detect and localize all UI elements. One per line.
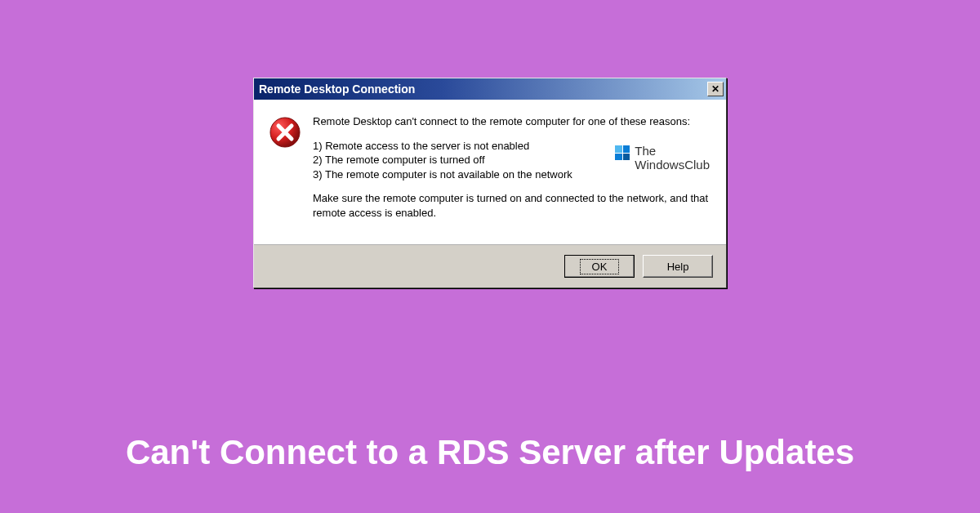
watermark-line1: The bbox=[635, 144, 710, 158]
error-dialog: Remote Desktop Connection ✕ Remote Deskt… bbox=[253, 78, 727, 288]
ok-button[interactable]: OK bbox=[564, 255, 635, 278]
button-bar: OK Help bbox=[254, 244, 726, 288]
help-button-label: Help bbox=[667, 261, 689, 273]
watermark-text: The WindowsClub bbox=[635, 144, 710, 172]
message-footer: Make sure the remote computer is turned … bbox=[313, 191, 711, 220]
ok-button-label: OK bbox=[580, 259, 620, 274]
watermark-line2: WindowsClub bbox=[635, 158, 710, 172]
dialog-content: Remote Desktop can't connect to the remo… bbox=[254, 100, 726, 244]
error-icon bbox=[269, 116, 301, 149]
close-button[interactable]: ✕ bbox=[707, 82, 724, 96]
windows-logo-icon bbox=[615, 145, 630, 160]
message-intro: Remote Desktop can't connect to the remo… bbox=[313, 114, 711, 129]
page-caption: Can't Connect to a RDS Server after Upda… bbox=[0, 433, 980, 472]
icon-column bbox=[269, 114, 301, 230]
titlebar[interactable]: Remote Desktop Connection ✕ bbox=[254, 78, 726, 100]
dialog-title: Remote Desktop Connection bbox=[259, 83, 415, 96]
help-button[interactable]: Help bbox=[643, 255, 713, 278]
close-icon: ✕ bbox=[711, 84, 719, 94]
message-column: Remote Desktop can't connect to the remo… bbox=[313, 114, 711, 230]
